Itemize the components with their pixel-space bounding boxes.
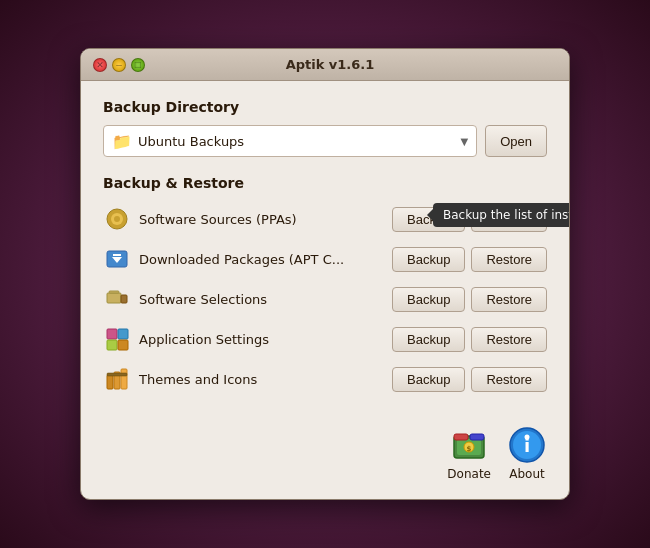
svg-rect-21 xyxy=(454,434,468,440)
svg-rect-10 xyxy=(118,329,128,339)
app-settings-icon xyxy=(103,325,131,353)
backup-dir-dropdown[interactable]: 📁 Ubuntu Backups ▼ xyxy=(103,125,477,157)
ppa-backup-button[interactable]: Backup xyxy=(392,207,465,232)
svg-rect-11 xyxy=(107,340,117,350)
ppa-icon xyxy=(103,205,131,233)
titlebar: ✕ − □ Aptik v1.6.1 xyxy=(81,49,569,81)
list-item: Software Sources (PPAs) Backup Restore B… xyxy=(103,201,547,237)
sw-buttons: Backup Restore xyxy=(392,287,547,312)
folder-icon: 📁 xyxy=(112,132,132,151)
ppa-restore-button[interactable]: Restore xyxy=(471,207,547,232)
list-item: Software Selections Backup Restore xyxy=(103,281,547,317)
svg-rect-13 xyxy=(107,375,113,389)
svg-rect-16 xyxy=(107,373,127,376)
app-settings-label: Application Settings xyxy=(139,332,392,347)
apt-restore-button[interactable]: Restore xyxy=(471,247,547,272)
close-button[interactable]: ✕ xyxy=(93,58,107,72)
apt-buttons: Backup Restore xyxy=(392,247,547,272)
svg-point-26 xyxy=(525,435,530,440)
sw-restore-button[interactable]: Restore xyxy=(471,287,547,312)
ppa-buttons: Backup Restore xyxy=(392,207,547,232)
close-icon: ✕ xyxy=(96,60,104,70)
apt-label: Downloaded Packages (APT C... xyxy=(139,252,392,267)
maximize-button[interactable]: □ xyxy=(131,58,145,72)
window-title: Aptik v1.6.1 xyxy=(153,57,507,72)
ppa-label: Software Sources (PPAs) xyxy=(139,212,392,227)
svg-text:$: $ xyxy=(467,445,472,453)
svg-rect-9 xyxy=(107,329,117,339)
donate-button[interactable]: $ Donate xyxy=(447,425,491,481)
maximize-icon: □ xyxy=(134,60,142,69)
dropdown-arrow-icon: ▼ xyxy=(460,136,468,147)
bottom-bar: $ Donate i About xyxy=(81,413,569,499)
items-list: Software Sources (PPAs) Backup Restore B… xyxy=(103,201,547,397)
sw-backup-button[interactable]: Backup xyxy=(392,287,465,312)
content-area: Backup Directory 📁 Ubuntu Backups ▼ Open… xyxy=(81,81,569,413)
minimize-icon: − xyxy=(115,60,123,70)
donate-icon: $ xyxy=(449,425,489,465)
backup-dir-label: Backup Directory xyxy=(103,99,547,115)
sw-icon xyxy=(103,285,131,313)
open-button[interactable]: Open xyxy=(485,125,547,157)
about-button[interactable]: i About xyxy=(507,425,547,481)
svg-rect-7 xyxy=(109,291,119,293)
backup-dir-value: Ubuntu Backups xyxy=(138,134,454,149)
main-window: ✕ − □ Aptik v1.6.1 Backup Directory 📁 Ub… xyxy=(80,48,570,500)
svg-rect-5 xyxy=(113,254,121,256)
app-settings-buttons: Backup Restore xyxy=(392,327,547,352)
svg-rect-8 xyxy=(121,295,127,303)
themes-icon xyxy=(103,365,131,393)
about-label: About xyxy=(509,467,544,481)
apt-icon xyxy=(103,245,131,273)
themes-buttons: Backup Restore xyxy=(392,367,547,392)
svg-rect-22 xyxy=(470,434,484,440)
sw-label: Software Selections xyxy=(139,292,392,307)
svg-rect-6 xyxy=(107,293,121,303)
themes-backup-button[interactable]: Backup xyxy=(392,367,465,392)
list-item: Themes and Icons Backup Restore xyxy=(103,361,547,397)
app-settings-restore-button[interactable]: Restore xyxy=(471,327,547,352)
window-controls: ✕ − □ xyxy=(93,58,145,72)
donate-label: Donate xyxy=(447,467,491,481)
list-item: Downloaded Packages (APT C... Backup Res… xyxy=(103,241,547,277)
svg-rect-15 xyxy=(121,369,127,389)
list-item: Application Settings Backup Restore xyxy=(103,321,547,357)
themes-restore-button[interactable]: Restore xyxy=(471,367,547,392)
svg-point-2 xyxy=(114,216,120,222)
apt-backup-button[interactable]: Backup xyxy=(392,247,465,272)
minimize-button[interactable]: − xyxy=(112,58,126,72)
about-icon: i xyxy=(507,425,547,465)
themes-label: Themes and Icons xyxy=(139,372,392,387)
svg-rect-12 xyxy=(118,340,128,350)
backup-dir-row: 📁 Ubuntu Backups ▼ Open xyxy=(103,125,547,157)
app-settings-backup-button[interactable]: Backup xyxy=(392,327,465,352)
backup-restore-label: Backup & Restore xyxy=(103,175,547,191)
